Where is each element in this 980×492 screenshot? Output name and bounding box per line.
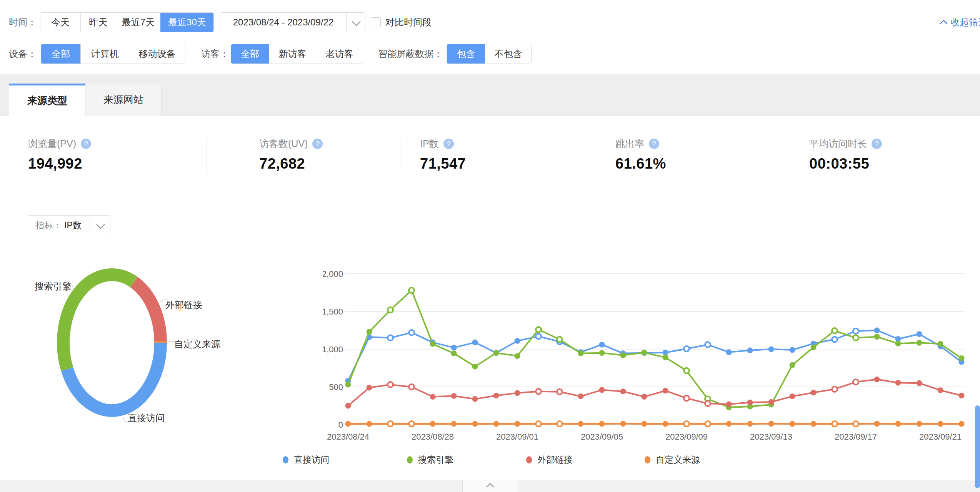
metric-select-dropdown-button[interactable] <box>90 216 110 235</box>
time-button-last30days[interactable]: 最近30天 <box>160 13 213 32</box>
shield-data-button-group: 包含 不包含 <box>447 44 532 64</box>
metric-divider <box>594 137 594 174</box>
shield-button-include[interactable]: 包含 <box>447 44 485 64</box>
tab-source-type[interactable]: 来源类型 <box>9 84 85 116</box>
source-type-donut-chart[interactable]: 搜索引擎 外部链接 自定义来源 直接访问 <box>35 250 273 443</box>
chevron-down-icon <box>352 17 361 26</box>
device-button-computer[interactable]: 计算机 <box>80 44 129 64</box>
help-icon[interactable]: ? <box>649 139 659 149</box>
metric-select-value: IP数 <box>64 220 82 230</box>
metric-ip-label: IP数 <box>420 137 439 150</box>
tab-source-website[interactable]: 来源网站 <box>85 84 162 116</box>
metric-divider <box>788 137 788 174</box>
compare-period-checkbox[interactable] <box>371 17 381 27</box>
time-button-last7days[interactable]: 最近7天 <box>116 13 160 32</box>
trend-line-chart[interactable]: 05001,0001,5002,0002023/08/242023/08/282… <box>323 262 980 454</box>
legend-dot-icon <box>526 456 532 464</box>
metric-bounce-rate-label: 跳出率 <box>615 137 644 150</box>
legend-dot-icon <box>283 456 288 464</box>
date-range-value: 2023/08/24 - 2023/09/22 <box>220 13 346 32</box>
legend-dot-icon <box>645 456 650 464</box>
svg-text:2023/09/09: 2023/09/09 <box>665 432 708 442</box>
metric-avg-duration-value: 00:03:55 <box>809 156 882 172</box>
visitor-filter-label: 访客： <box>201 44 229 64</box>
metric-bounce-rate-value: 61.61% <box>615 156 666 172</box>
metric-pv-value: 194,992 <box>28 156 91 172</box>
section-divider <box>0 194 980 194</box>
chevron-up-icon <box>486 483 494 491</box>
donut-label-custom-source: 自定义来源 <box>174 338 220 350</box>
metric-divider <box>400 137 400 174</box>
metric-select-label: 指标： <box>35 220 62 230</box>
date-range-picker[interactable]: 2023/08/24 - 2023/09/22 <box>220 12 365 32</box>
visitor-button-returning[interactable]: 老访客 <box>316 44 363 64</box>
compare-period-label[interactable]: 对比时间段 <box>385 12 432 32</box>
help-icon[interactable]: ? <box>872 139 882 149</box>
metric-select[interactable]: 指标：IP数 <box>27 215 110 235</box>
device-button-mobile[interactable]: 移动设备 <box>129 44 185 64</box>
metric-uv-value: 72,682 <box>259 156 323 172</box>
metric-avg-duration: 平均访问时长? 00:03:55 <box>809 137 882 176</box>
device-filter-label: 设备： <box>9 44 37 64</box>
svg-text:2023/08/24: 2023/08/24 <box>327 432 369 442</box>
time-range-button-group: 今天 昨天 最近7天 最近30天 <box>40 12 214 32</box>
time-button-yesterday[interactable]: 昨天 <box>80 13 116 32</box>
device-button-group: 全部 计算机 移动设备 <box>41 44 185 64</box>
svg-text:2023/08/28: 2023/08/28 <box>412 432 454 442</box>
date-range-dropdown-button[interactable] <box>346 13 365 32</box>
metric-uv: 访客数(UV)? 72,682 <box>259 137 323 176</box>
chevron-up-icon <box>940 20 948 28</box>
metric-divider <box>206 137 207 174</box>
donut-label-direct-visit: 直接访问 <box>128 412 165 424</box>
metric-ip: IP数? 71,547 <box>420 137 466 176</box>
visitor-button-all[interactable]: 全部 <box>231 44 269 64</box>
metric-pv-label: 浏览量(PV) <box>28 137 76 150</box>
legend-item-external-link[interactable]: 外部链接 <box>526 454 573 466</box>
legend-label: 搜索引擎 <box>418 454 453 466</box>
legend-label: 自定义来源 <box>656 454 700 466</box>
legend-item-custom-source[interactable]: 自定义来源 <box>645 454 700 466</box>
legend-label: 直接访问 <box>294 454 329 466</box>
svg-text:500: 500 <box>329 382 343 392</box>
shield-button-exclude[interactable]: 不包含 <box>485 44 531 64</box>
collapse-filters-link[interactable]: 收起筛选 <box>941 12 980 32</box>
svg-text:1,000: 1,000 <box>323 345 343 354</box>
svg-text:2023/09/05: 2023/09/05 <box>581 432 623 442</box>
donut-label-external-link: 外部链接 <box>165 299 202 311</box>
help-icon[interactable]: ? <box>81 139 91 149</box>
svg-text:2023/09/01: 2023/09/01 <box>496 432 538 442</box>
time-filter-label: 时间： <box>9 12 37 32</box>
help-icon[interactable]: ? <box>312 139 323 149</box>
metric-ip-value: 71,547 <box>420 156 466 172</box>
visitor-button-group: 全部 新访客 老访客 <box>231 44 363 64</box>
help-icon[interactable]: ? <box>443 139 454 149</box>
svg-text:2023/09/21: 2023/09/21 <box>919 432 962 442</box>
legend-dot-icon <box>407 456 413 464</box>
vertical-scrollbar-thumb[interactable] <box>975 405 980 488</box>
metric-bounce-rate: 跳出率? 61.61% <box>615 137 666 176</box>
donut-label-search-engine: 搜索引擎 <box>35 280 70 293</box>
collapse-panel-handle[interactable] <box>462 480 518 492</box>
metric-uv-label: 访客数(UV) <box>259 137 308 150</box>
svg-text:0: 0 <box>338 420 343 430</box>
legend-item-direct-visit[interactable]: 直接访问 <box>283 454 329 466</box>
svg-text:1,500: 1,500 <box>323 307 343 316</box>
device-button-all[interactable]: 全部 <box>41 44 80 64</box>
line-chart-svg: 05001,0001,5002,0002023/08/242023/08/282… <box>323 262 980 454</box>
chevron-down-icon <box>96 220 105 229</box>
legend-label: 外部链接 <box>537 454 573 466</box>
visitor-button-new[interactable]: 新访客 <box>269 44 316 64</box>
tab-bar: 来源类型 来源网站 <box>0 74 980 116</box>
legend-item-search-engine[interactable]: 搜索引擎 <box>407 454 453 466</box>
svg-text:2023/09/17: 2023/09/17 <box>835 432 877 442</box>
metric-pv: 浏览量(PV)? 194,992 <box>28 137 91 176</box>
svg-text:2023/09/13: 2023/09/13 <box>750 432 792 442</box>
metric-avg-duration-label: 平均访问时长 <box>809 137 867 150</box>
svg-text:2,000: 2,000 <box>323 269 343 279</box>
time-button-today[interactable]: 今天 <box>40 13 80 32</box>
shield-data-filter-label: 智能屏蔽数据： <box>378 44 443 64</box>
